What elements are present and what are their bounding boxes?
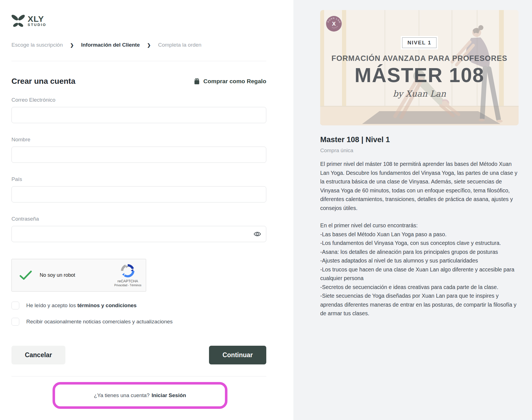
- feature-list-intro: En el primer nivel del curso encontrarás…: [320, 221, 519, 230]
- level-badge: NIVEL 1: [402, 37, 436, 48]
- xuanlan-badge-icon: XUAN LAN YOGA X: [326, 16, 342, 32]
- login-prompt-highlight: ¿Ya tienes una cuenta? Iniciar Sesión: [53, 382, 227, 409]
- recaptcha-widget[interactable]: No soy un robot reCAPTCHA Privacidad - T…: [11, 259, 146, 292]
- name-label: Nombre: [11, 137, 266, 143]
- terms-and-conditions-link[interactable]: términos y condiciones: [77, 302, 137, 308]
- newsletter-checkbox[interactable]: [11, 318, 19, 326]
- continue-button[interactable]: Continuar: [209, 346, 266, 364]
- product-image: XUAN LAN YOGA X NIVEL 1 FORMACIÓN AVANZA…: [320, 10, 519, 125]
- terms-consent-row: He leído y acepto los términos y condici…: [11, 302, 266, 309]
- feature-item: -Los trucos que hacen de una clase de Xu…: [320, 265, 519, 283]
- feature-item: -Las bases del Método Xuan Lan Yoga paso…: [320, 230, 519, 239]
- breadcrumb-step-complete-order[interactable]: Completa la orden: [158, 42, 201, 48]
- brand-name: XLY: [28, 15, 46, 23]
- password-input[interactable]: [11, 226, 266, 242]
- buy-as-gift-label: Comprar como Regalo: [203, 78, 266, 85]
- recaptcha-logo-icon: [121, 264, 135, 278]
- eye-icon: [253, 230, 261, 238]
- country-label: País: [11, 176, 266, 182]
- feature-item: -Asana: los detalles de alineación para …: [320, 248, 519, 257]
- chevron-right-icon: ❯: [147, 42, 151, 48]
- brand-logo[interactable]: XLY STUDIO: [11, 15, 266, 27]
- signup-panel: XLY STUDIO Escoge la suscripción ❯ Infor…: [0, 0, 293, 420]
- terms-checkbox[interactable]: [11, 302, 19, 309]
- buy-as-gift-button[interactable]: Comprar como Regalo: [194, 78, 266, 85]
- breadcrumb-step-customer-info[interactable]: Información del Cliente: [81, 42, 140, 48]
- svg-text:X: X: [332, 21, 336, 27]
- recaptcha-links[interactable]: Privacidad - Términos: [114, 284, 141, 287]
- image-title: MÁSTER 108: [320, 64, 519, 87]
- checkout-page: XLY STUDIO Escoge la suscripción ❯ Infor…: [0, 0, 532, 420]
- login-question: ¿Ya tienes una cuenta?: [94, 392, 149, 398]
- login-link[interactable]: Iniciar Sesión: [151, 392, 186, 398]
- name-input[interactable]: [11, 147, 266, 163]
- divider: [11, 376, 266, 376]
- product-title: Master 108 | Nivel 1: [320, 135, 519, 144]
- password-visibility-toggle[interactable]: [253, 230, 261, 238]
- breadcrumb: Escoge la suscripción ❯ Información del …: [11, 42, 266, 48]
- recaptcha-label: No soy un robot: [40, 272, 75, 278]
- gift-icon: [194, 78, 200, 85]
- xly-logo-icon: [11, 15, 25, 27]
- brand-subname: STUDIO: [28, 23, 46, 27]
- product-description: El primer nivel del máster 108 te permit…: [320, 160, 519, 213]
- page-title: Crear una cuenta: [11, 77, 75, 86]
- feature-item: -Secretos de secuenciación e ideas creat…: [320, 283, 519, 292]
- country-input[interactable]: [11, 186, 266, 202]
- product-feature-list: En el primer nivel del curso encontrarás…: [320, 221, 519, 318]
- image-subtitle: FORMACIÓN AVANZADA PARA PROFESORES: [320, 54, 519, 63]
- email-label: Correo Electrónico: [11, 97, 266, 103]
- terms-text: He leído y acepto los: [26, 302, 77, 308]
- feature-item: -Los fundamentos del Vinyasa Yoga, con s…: [320, 239, 519, 248]
- purchase-type: Compra única: [320, 147, 519, 154]
- image-byline: by Xuan Lan: [320, 89, 519, 99]
- divider: [11, 61, 266, 61]
- email-input[interactable]: [11, 107, 266, 123]
- recaptcha-brand: reCAPTCHA: [118, 279, 138, 283]
- chevron-right-icon: ❯: [70, 42, 74, 48]
- newsletter-row: Recibir ocasionalmente noticias comercia…: [11, 318, 266, 326]
- feature-item: -Ajustes adaptados al nivel de tus alumn…: [320, 256, 519, 265]
- checkmark-icon: [20, 271, 32, 280]
- newsletter-text: Recibir ocasionalmente noticias comercia…: [26, 319, 173, 325]
- product-summary-panel: XUAN LAN YOGA X NIVEL 1 FORMACIÓN AVANZA…: [293, 0, 532, 420]
- password-label: Contraseña: [11, 216, 266, 222]
- cancel-button[interactable]: Cancelar: [11, 346, 65, 364]
- breadcrumb-step-subscription[interactable]: Escoge la suscripción: [11, 42, 63, 48]
- feature-item: -Siete secuencias de Yoga diseñadas por …: [320, 292, 519, 318]
